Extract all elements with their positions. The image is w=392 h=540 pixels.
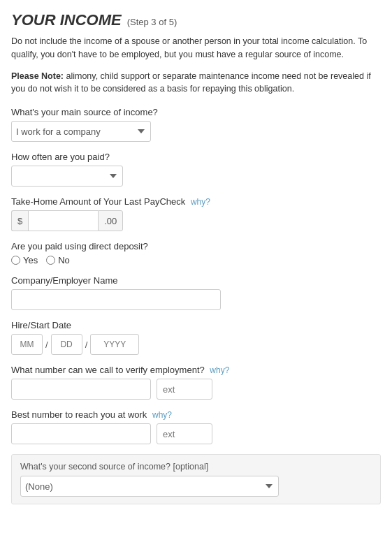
intro-text: Do not include the income of a spouse or… bbox=[11, 35, 381, 61]
direct-deposit-label: Are you paid using direct deposit? bbox=[11, 241, 381, 251]
hire-date-label: Hire/Start Date bbox=[11, 320, 381, 330]
hire-date-mm[interactable] bbox=[11, 334, 43, 355]
date-sep-2: / bbox=[85, 340, 88, 350]
work-phone-ext[interactable] bbox=[157, 423, 212, 444]
hire-date-yyyy[interactable] bbox=[90, 334, 139, 355]
second-income-label: What's your second source of income? [op… bbox=[20, 462, 372, 472]
work-phone-label: Best number to reach you at work why? bbox=[11, 409, 381, 420]
step-label: (Step 3 of 5) bbox=[127, 17, 177, 27]
verify-phone-ext[interactable] bbox=[157, 379, 212, 400]
work-phone-why-link[interactable]: why? bbox=[152, 410, 172, 420]
cents-label: .00 bbox=[98, 210, 123, 231]
direct-deposit-yes-radio[interactable] bbox=[11, 256, 20, 265]
employer-name-field: Company/Employer Name bbox=[11, 275, 381, 310]
direct-deposit-no-label[interactable]: No bbox=[46, 255, 70, 265]
main-income-label: What's your main source of income? bbox=[11, 107, 381, 117]
pay-frequency-select[interactable]: Weekly Bi-weekly Semi-monthly Monthly bbox=[11, 166, 123, 187]
note-label: Please Note: bbox=[11, 71, 64, 81]
direct-deposit-yes-label[interactable]: Yes bbox=[11, 255, 38, 265]
note-box: Please Note: alimony, child support or s… bbox=[11, 70, 381, 96]
direct-deposit-field: Are you paid using direct deposit? Yes N… bbox=[11, 241, 381, 265]
employer-name-input[interactable] bbox=[11, 289, 221, 310]
second-income-box: What's your second source of income? [op… bbox=[11, 454, 381, 504]
paycheck-why-link[interactable]: why? bbox=[191, 197, 210, 207]
note-text: alimony, child support or separate maint… bbox=[11, 71, 371, 94]
employer-name-label: Company/Employer Name bbox=[11, 275, 381, 286]
verify-phone-label: What number can we call to verify employ… bbox=[11, 365, 381, 375]
verify-phone-why-link[interactable]: why? bbox=[210, 365, 229, 375]
verify-phone-field: What number can we call to verify employ… bbox=[11, 365, 381, 400]
direct-deposit-options: Yes No bbox=[11, 255, 381, 265]
work-phone-row bbox=[11, 423, 381, 444]
main-income-field: What's your main source of income? I wor… bbox=[11, 107, 381, 142]
hire-date-field: Hire/Start Date / / bbox=[11, 320, 381, 355]
page-title-row: YOUR INCOME (Step 3 of 5) bbox=[11, 11, 381, 29]
date-sep-1: / bbox=[45, 340, 48, 350]
pay-frequency-label: How often are you paid? bbox=[11, 152, 381, 162]
second-income-select[interactable]: (None) I work for a company Self-employe… bbox=[20, 476, 279, 497]
date-row: / / bbox=[11, 334, 381, 355]
paycheck-row: $ .00 bbox=[11, 210, 381, 231]
work-phone-input[interactable] bbox=[11, 423, 151, 444]
verify-phone-row bbox=[11, 379, 381, 400]
verify-phone-input[interactable] bbox=[11, 379, 151, 400]
paycheck-label: Take-Home Amount of Your Last PayCheck w… bbox=[11, 196, 381, 207]
paycheck-field: Take-Home Amount of Your Last PayCheck w… bbox=[11, 196, 381, 231]
page-title: YOUR INCOME bbox=[11, 11, 122, 29]
dollar-sign: $ bbox=[11, 210, 28, 231]
work-phone-field: Best number to reach you at work why? bbox=[11, 409, 381, 444]
pay-frequency-field: How often are you paid? Weekly Bi-weekly… bbox=[11, 152, 381, 187]
direct-deposit-no-radio[interactable] bbox=[46, 256, 55, 265]
hire-date-dd[interactable] bbox=[51, 334, 82, 355]
main-income-select[interactable]: I work for a company Self-employed Benef… bbox=[11, 121, 151, 142]
paycheck-input[interactable] bbox=[28, 210, 98, 231]
